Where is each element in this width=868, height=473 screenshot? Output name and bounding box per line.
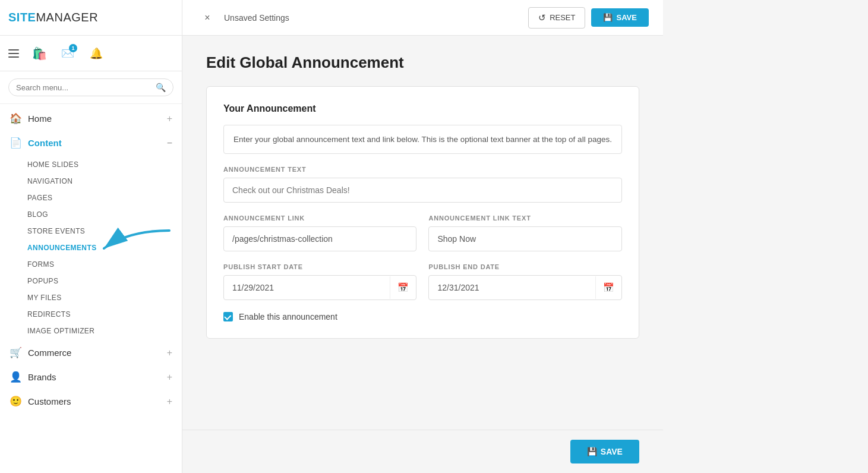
- announcement-card: Your Announcement Enter your global anno…: [206, 86, 639, 339]
- announcement-text-label: ANNOUNCEMENT TEXT: [223, 166, 622, 173]
- top-icon-bar: 🛍️ ✉️ 1 🔔: [0, 36, 182, 71]
- subnav-item-announcements[interactable]: ANNOUNCEMENTS: [0, 239, 182, 256]
- bottom-actions: 💾 SAVE: [182, 430, 663, 473]
- save-button-bottom[interactable]: 💾 SAVE: [570, 440, 639, 463]
- commerce-icon: 🛒: [10, 346, 22, 359]
- sidebar-item-content[interactable]: 📄 Content −: [0, 131, 182, 155]
- subnav-item-forms[interactable]: FORMS: [0, 256, 182, 273]
- publish-start-calendar-button[interactable]: 📅: [390, 276, 416, 299]
- subnav-item-redirects[interactable]: REDIRECTS: [0, 306, 182, 323]
- sidebar-item-home[interactable]: 🏠 Home +: [0, 106, 182, 131]
- page-body: Edit Global Announcement Your Announceme…: [182, 36, 663, 430]
- date-row: PUBLISH START DATE 📅 PUBLISH END DATE: [223, 263, 622, 300]
- calendar-icon-end: 📅: [603, 282, 614, 293]
- brands-icon: 👤: [10, 371, 22, 383]
- sidebar-item-label-commerce: Commerce: [28, 348, 161, 358]
- publish-start-label: PUBLISH START DATE: [223, 263, 416, 270]
- enable-checkbox-row: Enable this announcement: [223, 312, 622, 321]
- subnav-item-navigation[interactable]: NAVIGATION: [0, 173, 182, 190]
- customers-icon: 🙂: [10, 395, 22, 408]
- top-bar: × Unsaved Settings ↺ RESET 💾 SAVE: [182, 0, 663, 36]
- app-logo: SITE MANAGER: [8, 11, 98, 24]
- home-toggle: +: [167, 113, 172, 124]
- enable-checkbox[interactable]: [223, 312, 233, 321]
- search-input[interactable]: [16, 83, 152, 92]
- calendar-icon-start: 📅: [397, 282, 409, 293]
- subnav-item-blog[interactable]: BLOG: [0, 206, 182, 223]
- bell-icon-btn[interactable]: 🔔: [86, 43, 107, 64]
- enable-checkbox-label[interactable]: Enable this announcement: [239, 312, 337, 321]
- announcement-link-group: ANNOUNCEMENT LINK: [223, 215, 416, 251]
- unsaved-settings-label: Unsaved Settings: [224, 13, 289, 23]
- info-text: Enter your global announcement text and …: [233, 135, 612, 144]
- message-badge: 1: [69, 44, 77, 52]
- subnav-item-pages[interactable]: PAGES: [0, 190, 182, 206]
- announcement-link-text-group: ANNOUNCEMENT LINK TEXT: [428, 215, 621, 251]
- publish-start-input-wrap: 📅: [223, 275, 416, 300]
- search-wrap: 🔍: [8, 78, 173, 96]
- hamburger-menu[interactable]: [6, 47, 21, 60]
- info-text-box: Enter your global announcement text and …: [223, 125, 622, 154]
- logo-manager: MANAGER: [36, 11, 98, 24]
- home-icon: 🏠: [10, 112, 22, 125]
- subnav-item-home-slides[interactable]: HOME SLIDES: [0, 156, 182, 173]
- main-content: × Unsaved Settings ↺ RESET 💾 SAVE Edit G…: [182, 0, 663, 473]
- save-label-bottom: SAVE: [601, 447, 623, 456]
- publish-start-input[interactable]: [224, 276, 390, 299]
- save-button-top[interactable]: 💾 SAVE: [591, 8, 648, 27]
- customers-toggle: +: [167, 396, 172, 407]
- search-bar: 🔍: [0, 71, 182, 104]
- announcement-link-input[interactable]: [223, 226, 416, 251]
- message-icon-btn[interactable]: ✉️ 1: [57, 43, 78, 64]
- announcement-link-text-input[interactable]: [428, 226, 621, 251]
- reset-label: RESET: [550, 13, 575, 22]
- sidebar-item-label-home: Home: [28, 113, 161, 124]
- subnav-item-image-optimizer[interactable]: IMAGE OPTIMIZER: [0, 323, 182, 339]
- announcement-text-group: ANNOUNCEMENT TEXT: [223, 166, 622, 203]
- content-toggle: −: [167, 138, 172, 149]
- save-icon-top: 💾: [603, 13, 613, 22]
- sidebar-item-customers[interactable]: 🙂 Customers +: [0, 389, 182, 414]
- subnav-item-store-events[interactable]: STORE EVENTS: [0, 223, 182, 239]
- commerce-toggle: +: [167, 348, 172, 358]
- announcement-link-label: ANNOUNCEMENT LINK: [223, 215, 416, 222]
- save-label-top: SAVE: [616, 13, 636, 22]
- sidebar: SITE MANAGER 🛍️ ✉️ 1 🔔 🔍: [0, 0, 182, 473]
- sidebar-item-label-brands: Brands: [28, 372, 161, 382]
- brands-toggle: +: [167, 372, 172, 383]
- subnav-item-my-files[interactable]: MY FILES: [0, 289, 182, 306]
- publish-end-label: PUBLISH END DATE: [428, 263, 621, 270]
- bag-icon-btn[interactable]: 🛍️: [29, 43, 50, 64]
- logo-site: SITE: [8, 11, 36, 24]
- publish-end-calendar-button[interactable]: 📅: [595, 276, 621, 299]
- sidebar-item-commerce[interactable]: 🛒 Commerce +: [0, 340, 182, 365]
- link-row: ANNOUNCEMENT LINK ANNOUNCEMENT LINK TEXT: [223, 215, 622, 251]
- sidebar-item-label-customers: Customers: [28, 396, 161, 406]
- content-subnav: HOME SLIDES NAVIGATION PAGES BLOG STORE …: [0, 155, 182, 340]
- publish-end-group: PUBLISH END DATE 📅: [428, 263, 621, 300]
- announcement-text-input[interactable]: [223, 178, 622, 203]
- save-icon-bottom: 💾: [587, 447, 597, 456]
- bell-icon: 🔔: [90, 47, 103, 60]
- sidebar-item-label-content: Content: [28, 138, 161, 148]
- subnav-item-popups[interactable]: POPUPS: [0, 273, 182, 289]
- publish-end-input[interactable]: [429, 276, 595, 299]
- publish-end-input-wrap: 📅: [428, 275, 621, 300]
- close-tab-button[interactable]: ×: [197, 7, 218, 29]
- announcement-link-text-label: ANNOUNCEMENT LINK TEXT: [428, 215, 621, 222]
- content-icon: 📄: [10, 137, 22, 149]
- reset-icon: ↺: [538, 12, 546, 23]
- nav-section: 🏠 Home + 📄 Content − HOME SLIDES NAVIGAT…: [0, 104, 182, 416]
- publish-start-group: PUBLISH START DATE 📅: [223, 263, 416, 300]
- reset-button[interactable]: ↺ RESET: [528, 7, 585, 29]
- search-icon: 🔍: [156, 83, 166, 92]
- page-title: Edit Global Announcement: [206, 53, 639, 72]
- top-bar-actions: ↺ RESET 💾 SAVE: [528, 7, 649, 29]
- sidebar-item-brands[interactable]: 👤 Brands +: [0, 365, 182, 389]
- card-section-title: Your Announcement: [223, 103, 622, 114]
